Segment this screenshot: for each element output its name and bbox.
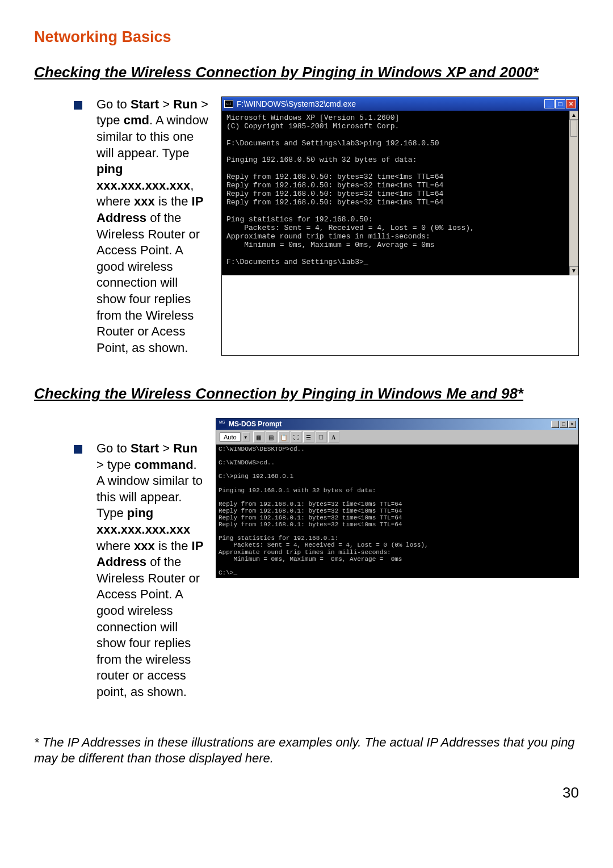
- w98-titlebar: MS-DOS Prompt _ □ ×: [216, 418, 578, 430]
- bullet-2-container: Go to Start > Run > type command. A wind…: [34, 418, 204, 701]
- bullet-2-text: Go to Start > Run > type command. A wind…: [96, 441, 204, 701]
- xp-window-title: F:\WINDOWS\System32\cmd.exe: [237, 99, 544, 108]
- bullet-marker: [74, 445, 82, 454]
- properties-button[interactable]: ☰: [303, 431, 314, 443]
- xp-console: Microsoft Windows XP [Version 5.1.2600] …: [222, 111, 578, 275]
- dos-window-98: MS-DOS Prompt _ □ × Auto ▼ ▦ ▤ 📋 ⛶ ☰ ☐ A…: [216, 418, 579, 578]
- footnote: * The IP Addresses in these illustration…: [34, 735, 579, 767]
- scroll-up-icon[interactable]: ▲: [569, 111, 578, 120]
- page-title: Networking Basics: [34, 28, 579, 46]
- minimize-button[interactable]: _: [551, 421, 559, 428]
- w98-toolbar: Auto ▼ ▦ ▤ 📋 ⛶ ☰ ☐ A: [216, 430, 578, 445]
- maximize-button[interactable]: □: [555, 99, 565, 108]
- section-1-heading: Checking the Wireless Connection by Ping…: [34, 63, 579, 82]
- cmd-icon: c:\: [224, 100, 233, 108]
- xp-titlebar: c:\ F:\WINDOWS\System32\cmd.exe _ □ ×: [222, 97, 578, 111]
- w98-console: C:\WINDOWS\DESKTOP>cd.. C:\WINDOWS>cd.. …: [216, 445, 578, 577]
- copy-button[interactable]: 📋: [278, 431, 289, 443]
- auto-dropdown[interactable]: Auto: [220, 433, 241, 442]
- bullet-1-container: Go to Start > Run > type cmd. A window s…: [34, 97, 210, 357]
- xp-console-output: Microsoft Windows XP [Version 5.1.2600] …: [226, 114, 574, 267]
- font-button[interactable]: A: [328, 431, 339, 443]
- section-2-row: Go to Start > Run > type command. A wind…: [34, 418, 579, 701]
- xp-scrollbar[interactable]: ▲ ▼: [569, 111, 578, 275]
- section-1-row: Go to Start > Run > type cmd. A window s…: [34, 97, 579, 357]
- scroll-down-icon[interactable]: ▼: [569, 266, 578, 275]
- toolbar-button-1[interactable]: ▦: [253, 431, 264, 443]
- close-button[interactable]: ×: [566, 99, 576, 108]
- toolbar-button-4[interactable]: ⛶: [291, 431, 302, 443]
- toolbar-button-2[interactable]: ▤: [266, 431, 277, 443]
- page-number: 30: [34, 784, 579, 802]
- w98-console-output: C:\WINDOWS\DESKTOP>cd.. C:\WINDOWS>cd.. …: [219, 446, 576, 576]
- background-button[interactable]: ☐: [316, 431, 327, 443]
- close-button[interactable]: ×: [568, 421, 576, 428]
- dropdown-arrow-icon[interactable]: ▼: [242, 433, 250, 442]
- bullet-marker: [74, 101, 82, 110]
- cmd-window-xp: c:\ F:\WINDOWS\System32\cmd.exe _ □ × Mi…: [221, 97, 579, 357]
- bullet-1-text: Go to Start > Run > type cmd. A window s…: [96, 97, 210, 357]
- minimize-button[interactable]: _: [544, 99, 555, 108]
- msdos-icon: [219, 420, 226, 428]
- w98-window-title: MS-DOS Prompt: [229, 420, 551, 428]
- maximize-button[interactable]: □: [560, 421, 568, 428]
- scroll-thumb[interactable]: [570, 120, 577, 137]
- section-2-heading: Checking the Wireless Connection by Ping…: [34, 384, 579, 404]
